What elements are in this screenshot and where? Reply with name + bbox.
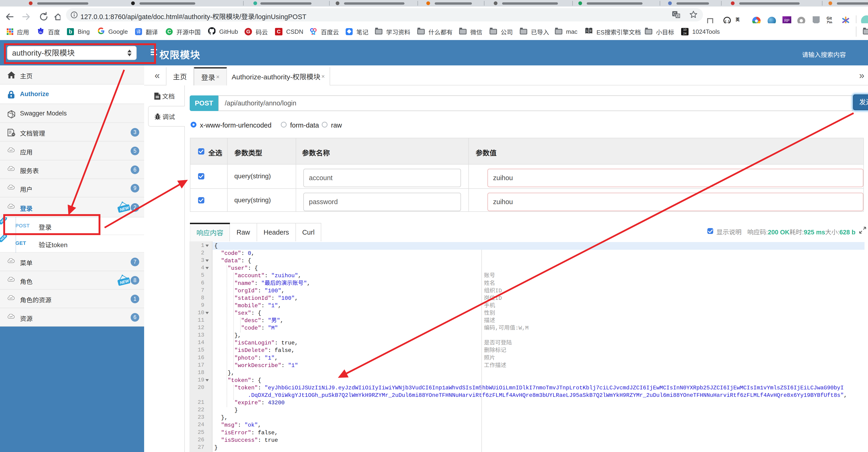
svg-text:API: API xyxy=(9,279,12,281)
svg-text:9: 9 xyxy=(590,29,591,33)
svg-text:1: 1 xyxy=(586,29,588,33)
svg-text:API: API xyxy=(9,205,12,208)
svg-text:API: API xyxy=(9,187,12,189)
svg-text:du: du xyxy=(39,30,42,34)
svg-text:API: API xyxy=(9,260,12,262)
svg-text:API: API xyxy=(9,297,12,299)
svg-text:API: API xyxy=(9,316,12,318)
svg-text:API: API xyxy=(9,149,12,151)
svg-text:A: A xyxy=(10,110,12,113)
svg-text:API: API xyxy=(9,168,12,170)
